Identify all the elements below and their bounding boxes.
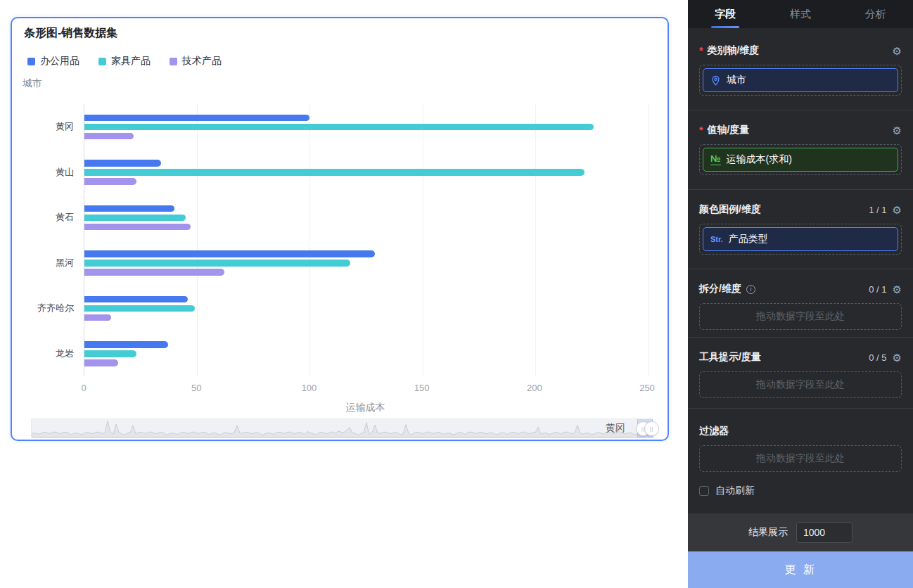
gear-icon[interactable]: ⚙ xyxy=(893,46,902,56)
info-icon[interactable]: i xyxy=(746,285,755,294)
field-chip-label: 运输成本(求和) xyxy=(727,153,792,166)
divider xyxy=(688,337,913,338)
bar[interactable] xyxy=(84,250,375,257)
legend-label: 办公用品 xyxy=(40,55,79,68)
gridline xyxy=(309,104,310,376)
bar[interactable] xyxy=(84,205,174,212)
section-header: 颜色图例/维度 1 / 1 ⚙ xyxy=(699,203,902,217)
bar[interactable] xyxy=(84,178,136,185)
field-chip-city[interactable]: 城市 xyxy=(703,68,898,92)
y-category-label: 黄冈 xyxy=(12,120,74,133)
x-axis-title: 运输成本 xyxy=(84,402,647,414)
x-tick-label: 100 xyxy=(302,383,317,393)
required-asterisk: * xyxy=(699,45,703,56)
section-label: 颜色图例/维度 xyxy=(699,203,761,216)
bar[interactable] xyxy=(84,350,136,357)
y-axis-category-labels: 黄冈黄山黄石黑河齐齐哈尔龙岩 xyxy=(12,104,74,376)
bar[interactable] xyxy=(84,160,161,167)
legend-label: 家具产品 xyxy=(111,55,151,68)
section-label: 类别轴/维度 xyxy=(707,44,759,57)
datazoom-handle-right-icon[interactable]: || xyxy=(644,421,659,436)
legend-label: 技术产品 xyxy=(182,55,222,68)
slot-count: 0 / 1 xyxy=(869,284,886,295)
field-chip-shipping-cost[interactable]: № 运输成本(求和) xyxy=(703,148,898,172)
section-header: * 值轴/度量 ⚙ xyxy=(699,123,902,137)
auto-refresh-row[interactable]: 自动刷新 xyxy=(699,485,902,497)
section-value-axis: * 值轴/度量 ⚙ № 运输成本(求和) xyxy=(688,123,913,175)
tab-style[interactable]: 样式 xyxy=(763,0,838,28)
result-limit-row: 结果展示 xyxy=(688,513,913,551)
field-chip-label: 城市 xyxy=(727,74,746,87)
section-header: 工具提示/度量 0 / 5 ⚙ xyxy=(699,350,902,364)
gear-icon[interactable]: ⚙ xyxy=(893,205,902,215)
auto-refresh-checkbox[interactable] xyxy=(699,486,709,496)
bar[interactable] xyxy=(84,341,168,348)
field-dropzone[interactable]: 拖动数据字段至此处 xyxy=(699,303,902,330)
bar[interactable] xyxy=(84,115,309,122)
number-field-icon: № xyxy=(710,154,721,165)
x-tick-label: 0 xyxy=(81,383,86,393)
field-slot: № 运输成本(求和) xyxy=(699,144,902,175)
section-label: 工具提示/度量 xyxy=(699,351,761,364)
tab-fields[interactable]: 字段 xyxy=(688,0,763,28)
gridline xyxy=(535,104,536,376)
legend-item[interactable]: 办公用品 xyxy=(27,55,79,68)
bar[interactable] xyxy=(84,269,224,276)
y-category-label: 黄石 xyxy=(12,211,74,224)
bar[interactable] xyxy=(84,314,111,321)
bar[interactable] xyxy=(84,169,585,176)
x-tick-label: 200 xyxy=(527,383,542,393)
update-button[interactable]: 更 新 xyxy=(688,551,913,588)
bar[interactable] xyxy=(84,224,191,231)
gear-icon[interactable]: ⚙ xyxy=(893,125,902,136)
y-category-label: 齐齐哈尔 xyxy=(12,302,74,314)
required-asterisk: * xyxy=(699,124,703,136)
section-label: 值轴/度量 xyxy=(707,124,749,136)
x-tick-label: 150 xyxy=(414,383,430,393)
tab-analysis[interactable]: 分析 xyxy=(838,0,913,28)
bar[interactable] xyxy=(84,260,350,267)
panel-tabs: 字段 样式 分析 xyxy=(688,0,913,28)
section-header: * 类别轴/维度 ⚙ xyxy=(699,44,902,58)
field-dropzone[interactable]: 拖动数据字段至此处 xyxy=(699,445,902,472)
gear-icon[interactable]: ⚙ xyxy=(893,284,902,295)
bar[interactable] xyxy=(84,359,118,366)
bar[interactable] xyxy=(84,133,134,140)
legend-marker-icon xyxy=(27,58,35,65)
app-root: 条形图-销售数据集 办公用品家具产品技术产品 城市 黄冈黄山黄石黑河齐齐哈尔龙岩… xyxy=(0,0,913,588)
chart-legend: 办公用品家具产品技术产品 xyxy=(27,55,241,68)
gridline xyxy=(423,104,423,376)
bar[interactable] xyxy=(84,124,594,131)
slot-count: 1 / 1 xyxy=(869,205,886,215)
divider xyxy=(688,189,913,190)
legend-item[interactable]: 技术产品 xyxy=(170,55,222,68)
legend-marker-icon xyxy=(98,58,106,65)
gear-icon[interactable]: ⚙ xyxy=(893,352,902,363)
x-axis-tick-labels: 050100150200250 xyxy=(84,383,647,395)
y-category-label: 黄山 xyxy=(12,166,74,179)
x-tick-label: 50 xyxy=(191,383,201,393)
bar[interactable] xyxy=(84,215,186,222)
field-chip-product-type[interactable]: Str. 产品类型 xyxy=(703,227,898,251)
location-pin-icon xyxy=(710,75,721,86)
chart-card[interactable]: 条形图-销售数据集 办公用品家具产品技术产品 城市 黄冈黄山黄石黑河齐齐哈尔龙岩… xyxy=(11,17,669,441)
field-slot: Str. 产品类型 xyxy=(699,224,902,255)
gridline xyxy=(648,104,649,376)
field-dropzone[interactable]: 拖动数据字段至此处 xyxy=(699,371,902,398)
result-count-input[interactable] xyxy=(796,522,853,543)
x-tick-label: 250 xyxy=(639,383,655,393)
datazoom-slider[interactable]: 黄冈 || || xyxy=(31,418,653,438)
section-category-axis: * 类别轴/维度 ⚙ 城市 xyxy=(688,44,913,96)
tab-label: 分析 xyxy=(865,8,886,21)
bar[interactable] xyxy=(84,305,195,312)
section-header: 过滤器 xyxy=(699,424,902,438)
auto-refresh-label: 自动刷新 xyxy=(715,485,755,497)
legend-marker-icon xyxy=(170,58,177,65)
section-header: 拆分/维度 i 0 / 1 ⚙ xyxy=(699,282,902,296)
legend-item[interactable]: 家具产品 xyxy=(98,55,151,68)
datazoom-sparkline-icon xyxy=(32,418,653,437)
bar[interactable] xyxy=(84,296,188,303)
divider xyxy=(688,269,913,269)
section-tooltip: 工具提示/度量 0 / 5 ⚙ 拖动数据字段至此处 xyxy=(688,350,913,398)
chart-title: 条形图-销售数据集 xyxy=(24,26,117,41)
